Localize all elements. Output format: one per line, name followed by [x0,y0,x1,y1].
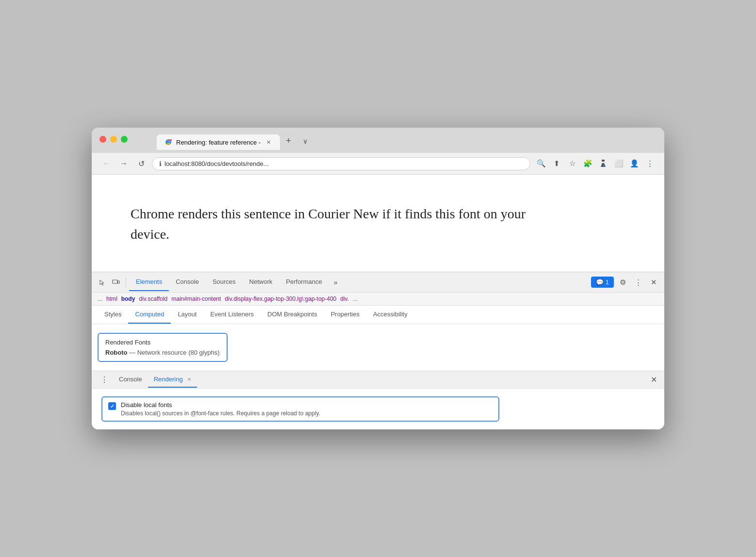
chrome-icon [164,138,172,146]
close-devtools-button[interactable]: ✕ [647,276,660,289]
back-button[interactable]: ← [99,157,113,170]
breadcrumb-body[interactable]: body [121,295,135,302]
divider [126,278,126,287]
active-tab[interactable]: Rendering: feature reference - ✕ [157,134,280,150]
tab-elements[interactable]: Elements [129,273,169,291]
breadcrumb-div[interactable]: div. [340,295,349,302]
option-description: Disables local() sources in @font-face r… [121,410,493,417]
maximize-window-button[interactable] [121,136,128,143]
flask-icon [599,159,608,168]
browser-window: Rendering: feature reference - ✕ + ∨ ← →… [92,128,664,429]
breadcrumb-scaffold[interactable]: div.scaffold [139,295,167,302]
disable-local-fonts-checkbox[interactable] [108,402,116,410]
inspect-element-button[interactable] [96,276,109,289]
tab-performance[interactable]: Performance [279,273,329,291]
element-tabs-row: Styles Computed Layout Event Listeners D… [92,306,664,324]
font-details: — Network resource (80 glyphs) [129,349,219,356]
element-tab-event-listeners[interactable]: Event Listeners [203,306,261,324]
extensions-button[interactable]: 🧩 [581,157,594,170]
breadcrumb: ... html body div.scaffold main#main-con… [92,293,664,306]
tab-console[interactable]: Console [169,273,206,291]
menu-button[interactable]: ⋮ [643,157,657,170]
devtools-indicator[interactable] [596,157,610,170]
more-tabs-button[interactable]: » [329,274,343,291]
devtools-tabs-row: Elements Console Sources Network Perform… [92,272,664,293]
share-button[interactable]: ⬆ [550,157,563,170]
svg-point-4 [603,164,605,166]
font-name: Roboto [105,349,127,356]
tab-close-button[interactable]: ✕ [264,138,272,146]
notification-count: 1 [606,278,609,286]
computed-content: Rendered Fonts Roboto — Network resource… [92,324,664,371]
font-entry: Roboto — Network resource (80 glyphs) [105,349,220,356]
rendering-tab-close[interactable]: × [187,376,191,383]
settings-button[interactable]: ⚙ [616,276,629,289]
close-window-button[interactable] [99,136,106,143]
tab-network[interactable]: Network [243,273,279,291]
breadcrumb-display-flex[interactable]: div.display-flex.gap-top-300.lg\:gap-top… [225,295,336,302]
address-bar: ← → ↺ ℹ localhost:8080/docs/devtools/ren… [92,153,664,175]
more-options-button[interactable]: ⋮ [631,276,645,289]
rendering-option: Disable local fonts Disables local() sou… [101,396,499,422]
profile-button[interactable]: 👤 [627,157,641,170]
address-field[interactable]: ℹ localhost:8080/docs/devtools/rende... [152,157,530,170]
bottom-drawer: ⋮ Console Rendering × ✕ Disable local [92,371,664,429]
bookmark-button[interactable]: ☆ [565,157,579,170]
tab-sources[interactable]: Sources [206,273,243,291]
forward-button[interactable]: → [117,157,131,170]
notification-button[interactable]: 💬 1 [591,277,614,288]
breadcrumb-ellipsis-start[interactable]: ... [98,295,102,302]
drawer-tab-rendering[interactable]: Rendering × [148,372,197,388]
tab-overflow-button[interactable]: ∨ [297,133,313,149]
checkbox-wrapper [108,402,116,410]
drawer-handle[interactable]: ⋮ [96,371,113,388]
svg-rect-6 [117,281,119,283]
rendered-fonts-title: Rendered Fonts [105,339,220,346]
svg-rect-3 [602,160,605,162]
element-tab-computed[interactable]: Computed [128,306,171,324]
option-text: Disable local fonts Disables local() sou… [121,401,493,417]
devtools-panel: Elements Console Sources Network Perform… [92,272,664,429]
devtools-right-actions: 💬 1 ⚙ ⋮ ✕ [591,276,660,289]
zoom-button[interactable]: 🔍 [534,157,548,170]
element-tab-properties[interactable]: Properties [324,306,366,324]
device-toolbar-button[interactable] [109,276,123,289]
element-tab-dom-breakpoints[interactable]: DOM Breakpoints [261,306,324,324]
minimize-window-button[interactable] [110,136,117,143]
drawer-tabs-row: ⋮ Console Rendering × ✕ [92,371,664,389]
svg-point-2 [167,141,170,144]
browser-tabs: Rendering: feature reference - ✕ + ∨ [157,132,313,150]
page-content: Chrome renders this sentence in Courier … [92,175,664,272]
split-view-button[interactable]: ⬜ [612,157,625,170]
device-icon [112,278,120,286]
tab-title: Rendering: feature reference - [176,139,261,146]
url-text: localhost:8080/docs/devtools/rende... [164,160,269,167]
option-label: Disable local fonts [121,401,493,409]
reload-button[interactable]: ↺ [134,157,148,170]
drawer-close-button[interactable]: ✕ [647,373,660,387]
breadcrumb-ellipsis-end[interactable]: ... [353,295,358,302]
toolbar-icons: 🔍 ⬆ ☆ 🧩 ⬜ 👤 ⋮ [534,157,657,170]
page-text: Chrome renders this sentence in Courier … [131,204,567,245]
title-bar: Rendering: feature reference - ✕ + ∨ [92,128,664,153]
breadcrumb-main[interactable]: main#main-content [171,295,221,302]
rendered-fonts-section: Rendered Fonts Roboto — Network resource… [98,333,228,362]
traffic-lights [99,136,128,143]
cursor-icon [99,278,106,286]
element-tab-styles[interactable]: Styles [98,306,128,324]
new-tab-button[interactable]: + [280,132,297,149]
element-tab-layout[interactable]: Layout [171,306,203,324]
rendering-content: Disable local fonts Disables local() sou… [92,389,664,429]
drawer-tab-console[interactable]: Console [113,372,148,388]
svg-rect-5 [113,280,117,283]
info-icon: ℹ [159,160,162,167]
breadcrumb-html[interactable]: html [106,295,117,302]
notification-icon: 💬 [596,278,604,286]
element-tab-accessibility[interactable]: Accessibility [366,306,414,324]
